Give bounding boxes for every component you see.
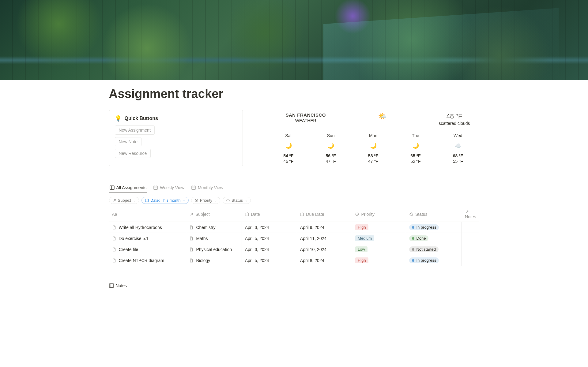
cell-notes[interactable] (462, 244, 479, 255)
column-header-aa[interactable]: Aa (109, 207, 186, 222)
column-label: Subject (195, 212, 210, 217)
row-name: Do exercise 5.1 (119, 236, 149, 241)
row-due: April 9, 2024 (300, 225, 324, 230)
forecast-low: 55 ºF (437, 159, 479, 164)
priority-tag: High (355, 257, 368, 263)
page-icon (189, 258, 194, 263)
table-icon (109, 283, 114, 288)
column-header-due-date[interactable]: Due Date (297, 207, 352, 222)
row-subject: Chemistry (196, 225, 215, 230)
cell-subject[interactable]: Chemistry (186, 222, 242, 233)
cell-name[interactable]: Create NTPCR diagram (109, 255, 186, 266)
cell-priority[interactable]: Low (352, 244, 406, 255)
svg-rect-43 (109, 284, 114, 287)
cell-name[interactable]: Write all Hydrocarbons (109, 222, 186, 233)
forecast-day-name: Wed (437, 133, 479, 138)
cell-due[interactable]: April 11, 2024 (297, 233, 352, 244)
row-date: April 3, 2024 (245, 247, 269, 252)
cell-subject[interactable]: Biology (186, 255, 242, 266)
forecast-high: 54 ºF (267, 153, 310, 158)
cell-date[interactable]: April 3, 2024 (242, 244, 297, 255)
table-row[interactable]: Write all Hydrocarbons Chemistry April 3… (109, 222, 479, 233)
cell-subject[interactable]: Maths (186, 233, 242, 244)
svg-line-24 (229, 199, 229, 200)
column-header-status[interactable]: Status (406, 207, 462, 222)
cell-date[interactable]: April 5, 2024 (242, 233, 297, 244)
cell-name[interactable]: Create file (109, 244, 186, 255)
cell-status[interactable]: Done (406, 233, 462, 244)
cell-date[interactable]: April 3, 2024 (242, 222, 297, 233)
weather-city: SAN FRANCISCO (286, 112, 326, 118)
table-row[interactable]: Create file Physical education April 3, … (109, 244, 479, 255)
forecast-day-name: Sun (310, 133, 352, 138)
filter-label: Status (232, 198, 243, 203)
page-icon (112, 247, 116, 252)
forecast-low: 47 ºF (310, 159, 352, 164)
cell-priority[interactable]: Medium (352, 233, 406, 244)
cell-status[interactable]: Not started (406, 244, 462, 255)
forecast-high: 56 ºF (310, 153, 352, 158)
cell-notes[interactable] (462, 233, 479, 244)
column-header-notes[interactable]: Notes (462, 207, 479, 222)
svg-line-39 (410, 213, 410, 213)
spinner-icon (409, 212, 413, 216)
cell-due[interactable]: April 10, 2024 (297, 244, 352, 255)
forecast-high: 65 ºF (394, 153, 437, 158)
cell-notes[interactable] (462, 255, 479, 266)
svg-point-16 (196, 200, 197, 200)
status-dot-icon (412, 237, 414, 240)
arrow-icon (112, 198, 116, 202)
cell-notes[interactable] (462, 222, 479, 233)
column-header-subject[interactable]: Subject (186, 207, 242, 222)
svg-line-40 (412, 215, 412, 215)
cell-name[interactable]: Do exercise 5.1 (109, 233, 186, 244)
cell-status[interactable]: In progress (406, 222, 462, 233)
svg-rect-3 (154, 186, 157, 189)
tab-weekly-view[interactable]: Weekly View (153, 183, 185, 193)
quick-buttons-title: Quick Buttons (125, 116, 158, 121)
cell-due[interactable]: April 8, 2024 (297, 255, 352, 266)
forecast-low: 47 ºF (352, 159, 394, 164)
column-header-date[interactable]: Date (242, 207, 297, 222)
new-note-button[interactable]: New Note (115, 137, 141, 146)
tab-monthly-view[interactable]: Monthly View (190, 183, 224, 193)
table-row[interactable]: Do exercise 5.1 Maths April 5, 2024 Apri… (109, 233, 479, 244)
weather-widget: SAN FRANCISCO WEATHER 🌤️ 48 ºF scattered… (255, 110, 479, 164)
cell-due[interactable]: April 9, 2024 (297, 222, 352, 233)
cell-subject[interactable]: Physical education (186, 244, 242, 255)
chevron-down-icon: ⌄ (183, 199, 185, 202)
forecast-day: Mon 🌙 58 ºF 47 ºF (352, 133, 394, 164)
weather-current-icon: 🌤️ (378, 112, 386, 120)
forecast-day: Wed ☁️ 68 ºF 55 ºF (437, 133, 479, 164)
column-label: Date (251, 212, 260, 217)
cell-priority[interactable]: High (352, 255, 406, 266)
cell-status[interactable]: In progress (406, 255, 462, 266)
moon-icon: 🌙 (394, 142, 437, 150)
filter-priority[interactable]: Priority⌄ (191, 197, 220, 204)
filter-status[interactable]: Status⌄ (223, 197, 251, 204)
page-icon (112, 258, 116, 263)
cover-image (0, 0, 588, 80)
filter-subject[interactable]: Subject⌄ (109, 197, 139, 204)
cell-date[interactable]: April 5, 2024 (242, 255, 297, 266)
table-row[interactable]: Create NTPCR diagram Biology April 5, 20… (109, 255, 479, 266)
new-resource-button[interactable]: New Resource (115, 149, 151, 158)
row-subject: Biology (196, 258, 210, 263)
row-date: April 5, 2024 (245, 258, 269, 263)
svg-line-21 (227, 199, 227, 200)
chevron-down-icon: ⌄ (133, 199, 136, 202)
filter-date[interactable]: Date: This month⌄ (141, 197, 189, 204)
new-assignment-button[interactable]: New Assignment (115, 125, 155, 135)
page-icon (189, 236, 194, 241)
cell-priority[interactable]: High (352, 222, 406, 233)
svg-rect-7 (192, 186, 195, 189)
row-due: April 8, 2024 (300, 258, 324, 263)
tab-all-assignments[interactable]: All Assignments (109, 183, 147, 193)
notes-section-header[interactable]: Notes (109, 283, 479, 288)
page-icon (112, 236, 116, 241)
arrow-icon (189, 212, 194, 216)
column-header-priority[interactable]: Priority (352, 207, 406, 222)
filter-label: Subject (118, 198, 131, 203)
svg-line-22 (229, 201, 229, 201)
row-name: Create NTPCR diagram (119, 258, 164, 263)
